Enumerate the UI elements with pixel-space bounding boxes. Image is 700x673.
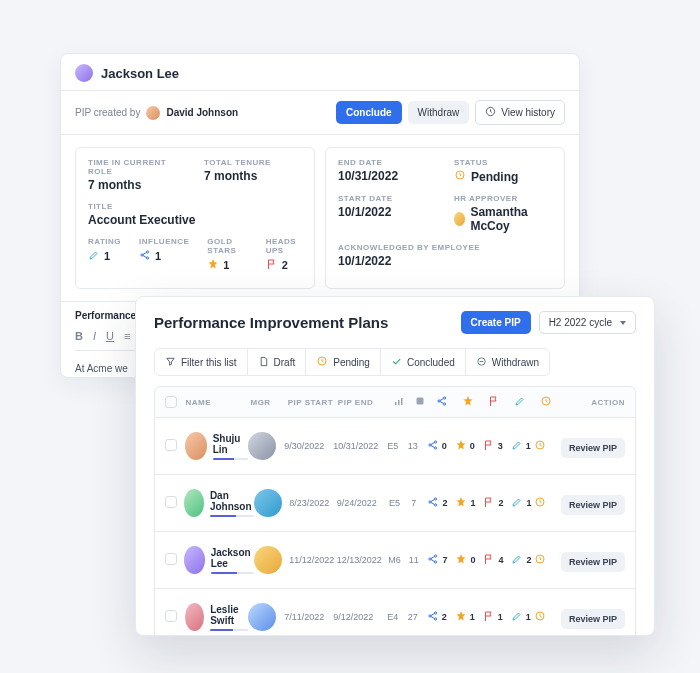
title-value: Account Executive [88, 213, 302, 227]
row-mgr-cell [254, 489, 289, 517]
conclude-button[interactable]: Conclude [336, 101, 402, 124]
table-row[interactable]: Leslie Swift7/11/20229/12/2022E4272111Re… [154, 589, 636, 636]
col-pencil[interactable] [507, 395, 533, 409]
creator-block: PIP created by David Johnson [75, 106, 238, 120]
hr-approver-value: Samantha McCoy [454, 205, 552, 233]
svg-point-16 [434, 441, 436, 443]
svg-rect-9 [401, 398, 403, 405]
row-checkbox[interactable] [165, 496, 177, 508]
table-body: Shuju Lin9/30/202210/31/2022E5130031Revi… [154, 418, 636, 636]
employee-avatar [185, 432, 207, 460]
filter-label: Filter this list [181, 357, 237, 368]
review-pip-button[interactable]: Review PIP [561, 552, 625, 572]
filter-pending[interactable]: Pending [306, 349, 381, 375]
time-in-role-value: 7 months [88, 178, 186, 192]
list-header: Performance Improvement Plans Create PIP… [136, 297, 654, 344]
time-in-role-label: Time in current role [88, 158, 186, 176]
row-level: E5 [384, 498, 405, 508]
col-name[interactable]: Name [185, 398, 250, 407]
view-history-button[interactable]: View history [475, 100, 565, 125]
bold-button[interactable]: B [75, 330, 83, 342]
row-name-cell: Jackson Lee [184, 546, 254, 574]
col-flag[interactable] [481, 395, 507, 409]
employee-avatar [184, 546, 204, 574]
filter-bar: Filter this list Draft Pending Concluded… [154, 348, 550, 376]
col-star[interactable] [455, 395, 481, 409]
clock-icon [534, 494, 546, 512]
start-date-value: 10/1/2022 [338, 205, 436, 219]
review-pip-button[interactable]: Review PIP [561, 495, 625, 515]
flag-icon [266, 258, 278, 272]
ack-value: 10/1/2022 [338, 254, 552, 268]
progress-bar [213, 458, 248, 460]
total-tenure-value: 7 months [204, 169, 302, 183]
row-checkbox[interactable] [165, 610, 177, 622]
list-header-actions: Create PIP H2 2022 cycle [461, 311, 636, 334]
star-chip: 1 [450, 609, 480, 625]
review-pip-button[interactable]: Review PIP [561, 438, 625, 458]
row-checkbox[interactable] [165, 439, 177, 451]
count-icon [414, 395, 426, 409]
pencil-chip: 1 [506, 609, 536, 625]
table-row[interactable]: Dan Johnson8/23/20229/24/2022E572121Revi… [154, 475, 636, 532]
svg-point-24 [435, 555, 437, 557]
svg-rect-8 [398, 400, 400, 405]
progress-bar [210, 515, 254, 517]
row-start: 11/12/2022 [289, 555, 336, 565]
underline-button[interactable]: U [106, 330, 114, 342]
col-pip-end[interactable]: PIP End [338, 398, 388, 407]
row-name-cell: Dan Johnson [184, 489, 254, 517]
filter-draft[interactable]: Draft [248, 349, 307, 375]
select-all-checkbox[interactable] [165, 396, 177, 408]
row-checkbox[interactable] [165, 553, 177, 565]
pip-list-card: Performance Improvement Plans Create PIP… [135, 296, 655, 636]
col-count[interactable] [410, 395, 429, 409]
employee-name: Shuju Lin [213, 433, 248, 455]
view-history-label: View history [501, 107, 555, 118]
col-share[interactable] [429, 395, 455, 409]
withdrawn-icon [476, 356, 487, 369]
status-value: Pending [454, 169, 552, 184]
list-title: Performance Improvement Plans [154, 314, 388, 331]
row-start: 9/30/2022 [284, 441, 333, 451]
row-start: 8/23/2022 [289, 498, 336, 508]
created-by-label: PIP created by [75, 107, 140, 118]
total-tenure-label: Total tenure [204, 158, 302, 167]
row-count: 7 [405, 498, 423, 508]
manager-avatar [254, 546, 282, 574]
filter-concluded[interactable]: Concluded [381, 349, 466, 375]
col-clock[interactable] [533, 395, 559, 409]
stats-left: Time in current role 7 months Total tenu… [75, 147, 315, 289]
flag-icon [488, 395, 500, 409]
withdraw-button[interactable]: Withdraw [408, 101, 470, 124]
star-chip: 0 [450, 552, 480, 568]
row-count: 13 [404, 441, 422, 451]
table-row[interactable]: Jackson Lee11/12/202212/13/2022M6117042R… [154, 532, 636, 589]
flag-chip: 1 [478, 609, 508, 625]
file-icon [258, 356, 269, 369]
filter-button[interactable]: Filter this list [155, 349, 248, 375]
row-count: 11 [405, 555, 423, 565]
cycle-select[interactable]: H2 2022 cycle [539, 311, 636, 334]
title-label: Title [88, 202, 302, 211]
svg-point-11 [438, 400, 440, 402]
svg-rect-10 [416, 398, 423, 405]
svg-point-12 [443, 397, 445, 399]
row-end: 12/13/2022 [337, 555, 384, 565]
employee-name: Jackson Lee [211, 547, 255, 569]
table-row[interactable]: Shuju Lin9/30/202210/31/2022E5130031Revi… [154, 418, 636, 475]
check-icon [391, 356, 402, 369]
create-pip-button[interactable]: Create PIP [461, 311, 531, 334]
row-mgr-cell [248, 432, 284, 460]
bullets-button[interactable]: ≡ [124, 330, 130, 342]
svg-rect-7 [395, 402, 397, 405]
rating-label: Rating [88, 237, 121, 246]
italic-button[interactable]: I [93, 330, 96, 342]
col-mgr[interactable]: Mgr [250, 398, 287, 407]
filter-withdrawn[interactable]: Withdrawn [466, 349, 549, 375]
col-pip-start[interactable]: PIP Start [288, 398, 338, 407]
manager-avatar [248, 603, 276, 631]
col-level[interactable] [388, 395, 410, 409]
review-pip-button[interactable]: Review PIP [561, 609, 625, 629]
clock-icon [534, 437, 546, 455]
